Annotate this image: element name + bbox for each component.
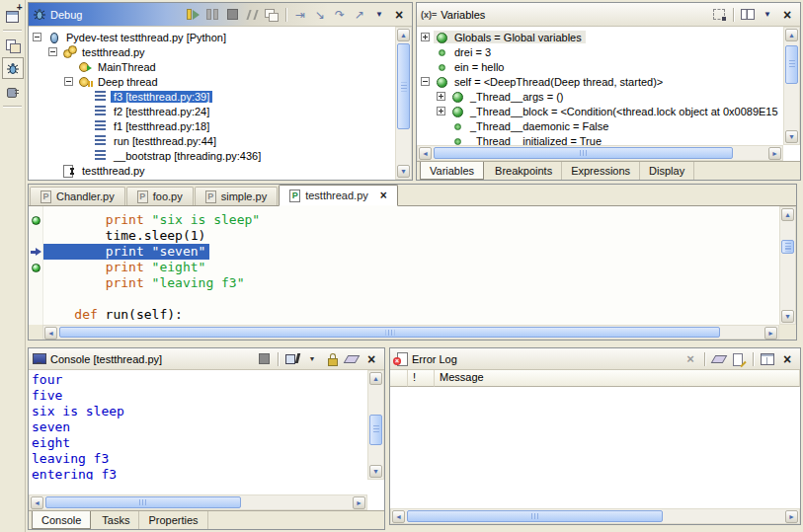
scroll-right-button[interactable]: ► <box>768 147 781 160</box>
collapse-icon[interactable] <box>48 47 57 56</box>
scroll-up-button[interactable]: ▲ <box>785 29 798 41</box>
expand-icon[interactable] <box>437 107 445 115</box>
tab-chandler-py[interactable]: PChandler.py <box>30 187 125 205</box>
column-header-message[interactable]: Message <box>435 370 800 387</box>
code-line[interactable]: print "six is sleep" <box>29 212 779 228</box>
source-editor[interactable]: print "six is sleep" time.sleep(1) print… <box>29 206 779 325</box>
tab-breakpoints[interactable]: Breakpoints <box>486 162 562 180</box>
scroll-lock-icon[interactable] <box>323 351 341 367</box>
disconnect-icon[interactable] <box>243 7 261 23</box>
restore-log-icon[interactable] <box>759 351 776 367</box>
console-output[interactable]: fourfivesix is sleepseveneightleaving f3… <box>29 370 367 480</box>
scroll-left-button[interactable]: ◄ <box>31 496 43 509</box>
error-log-horizontal-scrollbar[interactable]: ◄ ► <box>390 508 800 524</box>
column-header-severity[interactable]: ! <box>408 370 435 387</box>
console-view-titlebar[interactable]: Console [testthread.py] <box>29 348 384 370</box>
tree-item[interactable]: run [testthread.py:44] <box>33 133 395 148</box>
scroll-left-button[interactable]: ◄ <box>392 510 405 523</box>
scroll-up-button[interactable]: ▲ <box>369 372 382 385</box>
tree-item[interactable]: _Thread__args = () <box>421 89 783 104</box>
console-horizontal-scrollbar[interactable]: ◄ ► <box>29 494 367 510</box>
tree-item[interactable]: MainThread <box>33 59 395 74</box>
console-vertical-scrollbar[interactable]: ▲ ▼ <box>367 370 384 480</box>
collapse-icon[interactable] <box>421 77 430 86</box>
variables-horizontal-scrollbar[interactable]: ◄ ► <box>417 145 783 161</box>
tree-item[interactable]: Pydev-test testthread.py [Python] <box>33 30 395 44</box>
variables-vertical-scrollbar[interactable]: ▲ ▼ <box>783 27 800 145</box>
error-log-titlebar[interactable]: Error Log <box>390 348 800 370</box>
scrollbar-thumb[interactable] <box>407 510 663 522</box>
tree-item[interactable]: testthread.py <box>33 163 395 178</box>
tab-foo-py[interactable]: Pfoo.py <box>126 187 194 205</box>
scroll-down-button[interactable]: ▼ <box>369 465 382 478</box>
code-line[interactable]: print "leaving f3" <box>29 275 779 291</box>
remove-all-terminated-icon[interactable] <box>263 7 281 23</box>
step-return-icon[interactable] <box>351 7 368 23</box>
resume-icon[interactable] <box>184 7 201 23</box>
scroll-left-button[interactable]: ◄ <box>44 327 57 340</box>
console-dropdown-icon[interactable] <box>303 351 321 367</box>
show-logical-structure-icon[interactable] <box>710 7 728 23</box>
scrollbar-thumb[interactable] <box>785 45 798 85</box>
debug-vertical-scrollbar[interactable]: ▲ ▼ <box>395 27 412 180</box>
step-with-filters-icon[interactable] <box>291 7 309 23</box>
view-menu-icon[interactable] <box>370 7 388 23</box>
close-icon[interactable] <box>362 351 380 367</box>
tab-console[interactable]: Console <box>32 511 91 529</box>
collapse-icon[interactable] <box>64 77 73 86</box>
show-detail-pane-icon[interactable] <box>739 7 757 23</box>
code-line[interactable]: def run(self): <box>29 307 779 323</box>
open-perspective-button[interactable] <box>2 4 24 26</box>
scroll-right-button[interactable]: ► <box>353 496 365 509</box>
error-log-table[interactable] <box>390 387 800 508</box>
gutter-cell[interactable] <box>29 216 43 225</box>
clear-log-icon[interactable] <box>710 351 728 367</box>
terminate-icon[interactable] <box>255 351 273 367</box>
scrollbar-thumb[interactable] <box>45 496 241 508</box>
gutter-cell[interactable] <box>29 248 43 257</box>
step-over-icon[interactable] <box>331 7 349 23</box>
code-line[interactable]: print "seven" <box>29 244 779 260</box>
display-selected-console-icon[interactable] <box>283 351 301 367</box>
pydev-perspective-button[interactable] <box>2 80 24 102</box>
scroll-down-button[interactable]: ▼ <box>397 165 410 178</box>
scroll-up-button[interactable]: ▲ <box>397 29 410 41</box>
clear-console-icon[interactable] <box>343 351 361 367</box>
tree-item[interactable]: ein = hello <box>421 59 783 74</box>
suspend-icon[interactable] <box>203 7 221 23</box>
open-log-icon[interactable] <box>730 351 748 367</box>
tab-testthread-py[interactable]: Ptestthread.py× <box>279 185 398 206</box>
close-icon[interactable] <box>390 7 408 23</box>
scrollbar-thumb[interactable] <box>434 147 733 159</box>
tree-item[interactable]: _Thread__daemonic = False <box>421 118 783 133</box>
tree-item[interactable]: Deep thread <box>33 74 395 89</box>
scrollbar-thumb[interactable] <box>59 327 720 338</box>
scroll-up-button[interactable]: ▲ <box>781 208 794 221</box>
tab-variables[interactable]: Variables <box>420 162 484 180</box>
scrollbar-thumb[interactable] <box>369 415 382 445</box>
scroll-left-button[interactable]: ◄ <box>419 147 432 160</box>
tree-item[interactable]: f3 [testthread.py:39] <box>33 89 395 104</box>
tree-item[interactable]: f1 [testthread.py:18] <box>33 118 395 133</box>
scroll-down-button[interactable]: ▼ <box>781 310 794 323</box>
tab-expressions[interactable]: Expressions <box>562 162 640 180</box>
tab-display[interactable]: Display <box>640 162 694 180</box>
variables-view-titlebar[interactable]: (x)= Variables <box>417 3 800 27</box>
tree-item[interactable]: _Thread__block = <Condition(<thread.lock… <box>421 104 783 118</box>
view-menu-icon[interactable] <box>759 7 776 23</box>
tree-item[interactable]: drei = 3 <box>421 44 783 59</box>
resource-perspective-button[interactable] <box>2 35 24 56</box>
gutter-cell[interactable] <box>29 264 43 272</box>
tab-tasks[interactable]: Tasks <box>93 511 139 529</box>
close-tab-icon[interactable]: × <box>380 190 387 201</box>
tree-item[interactable]: f2 [testthread.py:24] <box>33 104 395 118</box>
close-icon[interactable] <box>778 351 796 367</box>
expand-icon[interactable] <box>421 33 430 41</box>
scroll-down-button[interactable]: ▼ <box>785 130 798 143</box>
tree-item[interactable]: testthread.py <box>33 44 395 59</box>
code-line[interactable]: time.sleep(1) <box>29 228 779 244</box>
debug-perspective-button[interactable] <box>2 57 24 79</box>
editor-vertical-scrollbar[interactable]: ▲ ▼ <box>779 206 796 325</box>
code-line[interactable] <box>29 291 779 307</box>
debug-view-titlebar[interactable]: Debug <box>29 3 412 27</box>
